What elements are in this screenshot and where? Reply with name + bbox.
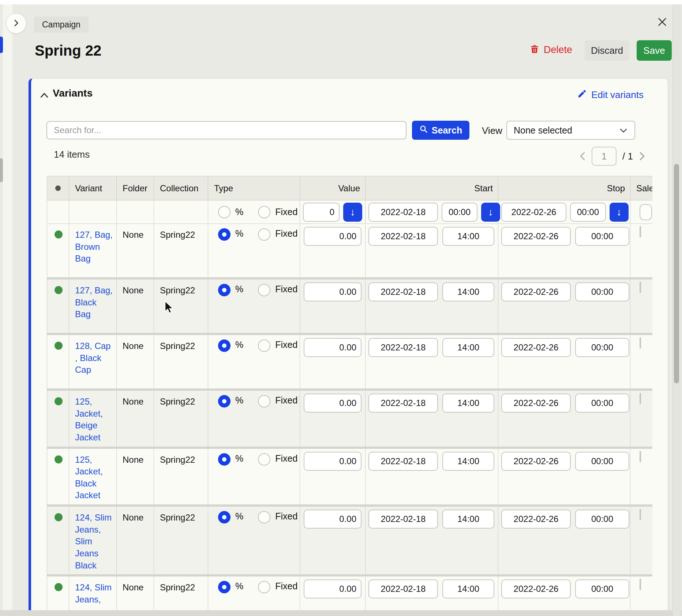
scrollbar-thumb[interactable] — [674, 164, 679, 383]
delete-button[interactable]: Delete — [530, 44, 572, 56]
start-date-input[interactable] — [368, 452, 438, 471]
type-percent-radio[interactable] — [218, 339, 231, 352]
start-time-input[interactable] — [442, 579, 494, 598]
stop-date-input[interactable] — [501, 282, 571, 301]
stop-time-input[interactable] — [575, 338, 629, 357]
sale-checkbox[interactable] — [640, 579, 641, 590]
variant-link[interactable]: 124, Slim Jeans, Slim Jeans Black — [75, 512, 112, 570]
table-row: 124, Slim Jeans, None Spring22 % Fixed — [47, 574, 652, 616]
header-variant: Variant — [69, 176, 117, 200]
search-button[interactable]: Search — [412, 121, 469, 140]
start-date-input[interactable] — [368, 510, 438, 529]
bulk-type-percent-radio[interactable] — [218, 206, 231, 218]
header-stop: Stop — [498, 176, 630, 200]
stop-date-input[interactable] — [501, 227, 571, 246]
bulk-stop-date-input[interactable] — [501, 203, 566, 222]
edit-variants-link[interactable]: Edit variants — [577, 89, 644, 101]
header-sale: Sale — [630, 176, 652, 200]
apply-start-down-icon[interactable]: ↓ — [481, 203, 500, 222]
bulk-type-cell: % Fixed — [208, 200, 300, 224]
stop-date-input[interactable] — [501, 452, 571, 471]
type-fixed-radio[interactable] — [258, 581, 270, 593]
stop-time-input[interactable] — [575, 282, 629, 301]
sale-checkbox[interactable] — [640, 451, 641, 462]
current-page-input[interactable]: 1 — [592, 147, 617, 166]
type-percent-radio[interactable] — [218, 581, 231, 593]
bulk-value-input[interactable] — [303, 203, 340, 222]
start-date-input[interactable] — [368, 394, 438, 413]
apply-value-down-icon[interactable]: ↓ — [343, 203, 362, 222]
value-input[interactable] — [304, 282, 361, 301]
table-body: 127, Bag, Brown Bag None Spring22 % Fixe… — [47, 224, 652, 616]
search-input[interactable] — [46, 121, 406, 139]
type-fixed-radio[interactable] — [258, 395, 270, 407]
value-input[interactable] — [304, 227, 361, 246]
start-date-input[interactable] — [368, 227, 438, 246]
bulk-type-fixed-radio[interactable] — [258, 206, 270, 218]
variant-link[interactable]: 125, Jacket, Black Jacket — [75, 455, 103, 500]
active-status-dot — [55, 397, 63, 405]
stop-time-input[interactable] — [575, 510, 629, 529]
bulk-start-time-input[interactable] — [442, 203, 477, 222]
value-input[interactable] — [304, 452, 361, 471]
start-time-input[interactable] — [442, 282, 494, 301]
type-fixed-radio[interactable] — [258, 339, 270, 352]
type-fixed-radio[interactable] — [258, 453, 270, 466]
value-input[interactable] — [304, 394, 361, 413]
apply-stop-down-icon[interactable]: ↓ — [610, 203, 629, 222]
value-input[interactable] — [304, 338, 361, 357]
variant-link[interactable]: 125, Jacket, Beige Jacket — [75, 397, 103, 442]
type-percent-radio[interactable] — [218, 395, 231, 407]
bulk-start-date-input[interactable] — [368, 203, 438, 222]
start-time-input[interactable] — [442, 510, 494, 529]
value-input[interactable] — [304, 510, 361, 529]
items-count: 14 items — [54, 149, 90, 160]
status-cell — [47, 449, 69, 505]
discard-button[interactable]: Discard — [585, 40, 629, 61]
type-percent-radio[interactable] — [218, 284, 231, 296]
prev-page-icon[interactable] — [579, 151, 586, 161]
stop-date-input[interactable] — [501, 510, 571, 529]
variant-link[interactable]: 128, Cap , Black Cap — [75, 341, 110, 375]
variant-link[interactable]: 124, Slim Jeans, — [75, 582, 112, 604]
start-date-input[interactable] — [368, 579, 438, 598]
vertical-scrollbar[interactable] — [672, 4, 681, 616]
sale-checkbox[interactable] — [640, 282, 641, 293]
start-time-input[interactable] — [442, 338, 494, 357]
expand-sidebar-button[interactable] — [6, 13, 26, 34]
type-fixed-radio[interactable] — [258, 284, 270, 296]
stop-date-input[interactable] — [501, 579, 571, 598]
start-date-input[interactable] — [368, 338, 438, 357]
collapse-chevron-icon[interactable] — [40, 92, 49, 98]
start-time-input[interactable] — [442, 227, 494, 246]
variant-link[interactable]: 127, Bag, Brown Bag — [75, 230, 113, 263]
stop-time-input[interactable] — [575, 452, 629, 471]
sale-checkbox[interactable] — [640, 337, 641, 349]
bulk-sale-checkbox[interactable] — [640, 204, 652, 220]
variant-link[interactable]: 127, Bag, Black Bag — [75, 285, 113, 319]
stop-time-input[interactable] — [575, 579, 629, 598]
save-button[interactable]: Save — [637, 40, 672, 61]
stop-date-input[interactable] — [501, 394, 571, 413]
type-fixed-radio[interactable] — [258, 511, 270, 523]
type-percent-radio[interactable] — [218, 453, 231, 466]
stop-time-input[interactable] — [575, 227, 629, 246]
type-percent-label: % — [235, 453, 243, 464]
stop-time-input[interactable] — [575, 394, 629, 413]
sale-checkbox[interactable] — [640, 393, 641, 404]
type-fixed-radio[interactable] — [258, 228, 270, 241]
start-date-input[interactable] — [368, 282, 438, 301]
type-percent-radio[interactable] — [218, 228, 231, 241]
value-input[interactable] — [304, 579, 361, 598]
start-time-input[interactable] — [442, 394, 494, 413]
stop-date-input[interactable] — [501, 338, 571, 357]
view-select[interactable]: None selected — [506, 121, 635, 140]
sale-checkbox[interactable] — [640, 509, 641, 520]
type-percent-radio[interactable] — [218, 511, 231, 523]
folder-value: None — [123, 285, 143, 295]
sale-checkbox[interactable] — [640, 226, 641, 237]
start-time-input[interactable] — [442, 452, 494, 471]
bulk-stop-time-input[interactable] — [570, 203, 606, 222]
next-page-icon[interactable] — [639, 151, 645, 161]
close-icon[interactable] — [657, 17, 667, 27]
